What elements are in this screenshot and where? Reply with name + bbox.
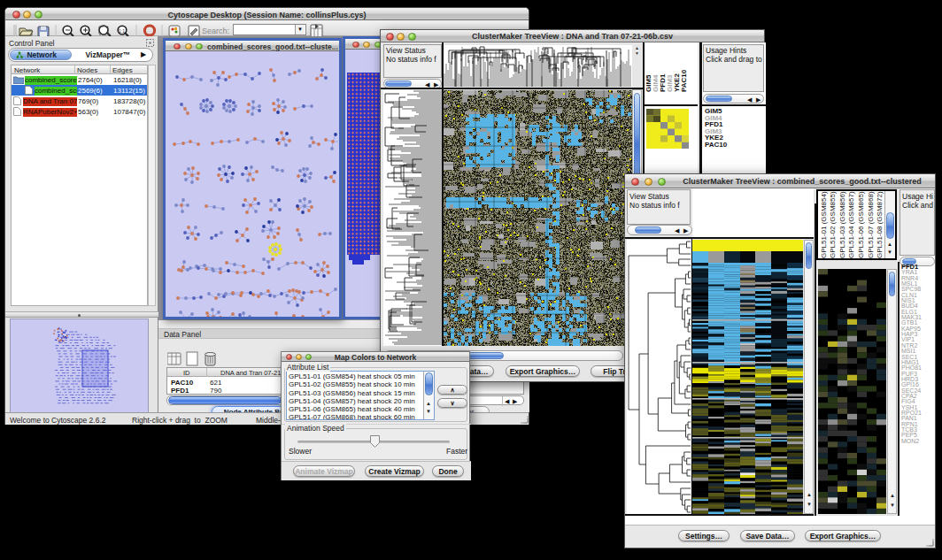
svg-text:GPL51-04 (GSM857): GPL51-04 (GSM857)	[847, 191, 855, 258]
svg-text:GPL51-06 (GSM865): GPL51-06 (GSM865)	[857, 191, 865, 258]
svg-text:GPL51-08 (GSM872): GPL51-08 (GSM872)	[876, 191, 884, 258]
svg-text:GPL51-02 (GSM855): GPL51-02 (GSM855)	[829, 191, 837, 258]
svg-text:PAC10: PAC10	[680, 69, 688, 92]
svg-text:GPL51-03 (GSM856): GPL51-03 (GSM856)	[838, 191, 846, 258]
svg-text:GPL51-07 (GSM868): GPL51-07 (GSM868)	[867, 191, 875, 258]
svg-text:GPL51-01 (GSM854): GPL51-01 (GSM854)	[820, 191, 828, 258]
svg-text:1:1: 1:1	[119, 28, 125, 34]
